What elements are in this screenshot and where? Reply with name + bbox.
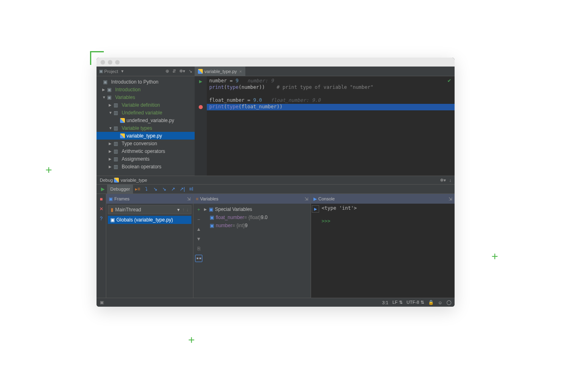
console-body[interactable]: ▶ <type 'int'> >>> bbox=[311, 204, 455, 298]
project-view-dropdown[interactable]: ▾ bbox=[121, 69, 124, 74]
debug-hide-icon[interactable]: ↓ bbox=[449, 178, 452, 183]
tree-variable-types[interactable]: ▼▥ Variable types bbox=[97, 124, 195, 132]
show-execution-point-button[interactable]: ▸≡ bbox=[133, 185, 142, 194]
tree-introduction[interactable]: ▶▣ Introduction bbox=[97, 86, 195, 93]
tree-arithmetic[interactable]: ▶▥ Arithmetic operators bbox=[97, 147, 195, 155]
watch-down-button[interactable]: ▼ bbox=[195, 235, 202, 243]
show-watches-button[interactable]: 👓 bbox=[195, 255, 202, 262]
watch-up-button[interactable]: ▲ bbox=[195, 226, 202, 233]
hide-panel-icon[interactable]: ↘ bbox=[189, 69, 192, 74]
settings-gear-icon[interactable]: ✻▾ bbox=[179, 69, 185, 74]
variable-icon: ▣ bbox=[210, 215, 214, 220]
feedback-icon[interactable]: ◯ bbox=[446, 300, 451, 305]
maximize-window-button[interactable] bbox=[115, 60, 120, 64]
thread-selector[interactable]: ▮ MainThread ▾ ↑ ↓ bbox=[108, 205, 191, 214]
add-watch-button[interactable]: + bbox=[195, 206, 202, 213]
project-panel: ▣ Project ▾ ⊕ ⇵ ✻▾ ↘ ▣ Introduction to P… bbox=[97, 67, 195, 176]
close-tab-icon[interactable]: × bbox=[239, 69, 242, 74]
editor-panel: variable_type.py × ▶ number = 9 number: … bbox=[195, 67, 455, 176]
force-step-into-button[interactable]: ↘ bbox=[160, 185, 169, 194]
tree-undefined-file[interactable]: undefined_variable.py bbox=[97, 116, 195, 124]
console-column: ▶ Console ⇲ ▶ <type 'int'> >>> bbox=[311, 194, 455, 298]
variables-rail: + − ▲ ▼ ⎘ 👓 bbox=[194, 205, 203, 296]
project-icon: ▣ bbox=[99, 69, 103, 74]
lock-icon[interactable]: 🔒 bbox=[428, 300, 434, 305]
analysis-ok-icon[interactable]: ✔ bbox=[447, 78, 451, 84]
minimize-window-button[interactable] bbox=[108, 60, 112, 64]
run-gutter-icon[interactable]: ▶ bbox=[199, 79, 202, 84]
locate-icon[interactable]: ⊕ bbox=[165, 69, 169, 74]
project-tree[interactable]: ▣ Introduction to Python ▶▣ Introduction… bbox=[97, 76, 195, 172]
tree-root[interactable]: ▣ Introduction to Python bbox=[97, 78, 195, 86]
close-button[interactable]: ✕ bbox=[98, 205, 105, 213]
help-button[interactable]: ? bbox=[98, 215, 105, 222]
debug-toolbar: ▶ Debugger ▸≡ ⤵ ↘ ↘ ↗ ↗| ≡I bbox=[97, 184, 455, 194]
python-file-icon bbox=[198, 69, 203, 74]
stop-button[interactable]: ■ bbox=[98, 196, 105, 203]
decorative-plus: + bbox=[188, 333, 195, 346]
frame-row[interactable]: ▣ Globals (variable_type.py) bbox=[108, 216, 191, 224]
tree-boolean[interactable]: ▶▥ Boolean operators bbox=[97, 163, 195, 170]
breakpoint-icon[interactable] bbox=[199, 105, 203, 109]
frames-label: Frames bbox=[114, 196, 129, 201]
evaluate-expression-button[interactable]: ≡I bbox=[187, 185, 195, 194]
frames-column: ▣ Frames ⇲ ▮ MainThread ▾ ↑ ↓ ▣ bbox=[106, 194, 193, 298]
tree-type-conversion[interactable]: ▶▥ Type conversion bbox=[97, 140, 195, 147]
debug-left-rail: ■ ✕ ? bbox=[97, 194, 106, 298]
frames-restore-icon[interactable]: ⇲ bbox=[187, 196, 191, 202]
tree-variable-type-file[interactable]: variable_type.py bbox=[97, 132, 195, 140]
show-python-prompt-button[interactable]: ▶ bbox=[312, 205, 319, 213]
debugger-tab[interactable]: Debugger bbox=[107, 185, 133, 194]
variable-row[interactable]: ▣ number = {int} 9 bbox=[203, 221, 310, 230]
editor-tab-bar: variable_type.py × bbox=[195, 67, 455, 76]
console-output[interactable]: <type 'int'> >>> bbox=[320, 204, 358, 298]
editor-body[interactable]: ▶ number = 9 number: 9 print(type(number… bbox=[195, 76, 455, 176]
variable-icon: ▣ bbox=[210, 223, 214, 228]
console-restore-icon[interactable]: ⇲ bbox=[449, 196, 452, 202]
close-window-button[interactable] bbox=[101, 60, 105, 64]
remove-watch-button[interactable]: − bbox=[195, 216, 202, 223]
caret-position[interactable]: 3:1 bbox=[382, 300, 388, 305]
frame-icon: ▣ bbox=[110, 217, 115, 223]
run-to-cursor-button[interactable]: ↗| bbox=[178, 185, 187, 194]
debug-content: ■ ✕ ? ▣ Frames ⇲ ▮ MainThread ▾ bbox=[97, 194, 455, 298]
decorative-plus: + bbox=[491, 250, 498, 263]
console-rail: ▶ bbox=[311, 204, 320, 298]
code-area[interactable]: number = 9 number: 9 print(type(number))… bbox=[207, 76, 455, 176]
tree-variables[interactable]: ▼▣ Variables bbox=[97, 93, 195, 101]
line-separator[interactable]: LF ⇅ bbox=[393, 300, 403, 305]
file-encoding[interactable]: UTF-8 ⇅ bbox=[407, 300, 424, 305]
thread-dropdown-icon[interactable]: ▾ bbox=[177, 207, 180, 213]
status-hint-icon[interactable]: ▣ bbox=[100, 300, 104, 305]
tree-variable-definition[interactable]: ▶▥ Variable definition bbox=[97, 101, 195, 109]
tree-undefined-variable[interactable]: ▼▥ Undefined variable bbox=[97, 109, 195, 116]
next-thread-icon[interactable]: ↓ bbox=[186, 207, 189, 213]
debug-script-name: variable_type bbox=[120, 178, 147, 183]
variables-body: + − ▲ ▼ ⎘ 👓 ▶ ▣ Special Variables bbox=[193, 204, 311, 298]
step-out-button[interactable]: ↗ bbox=[169, 185, 178, 194]
top-split: ▣ Project ▾ ⊕ ⇵ ✻▾ ↘ ▣ Introduction to P… bbox=[97, 67, 455, 176]
prev-thread-icon[interactable]: ↑ bbox=[182, 207, 185, 213]
group-icon: ▣ bbox=[209, 206, 213, 212]
copy-button[interactable]: ⎘ bbox=[195, 245, 202, 252]
project-panel-header: ▣ Project ▾ ⊕ ⇵ ✻▾ ↘ bbox=[97, 67, 195, 76]
variables-tree[interactable]: ▶ ▣ Special Variables ▣ float_number = {… bbox=[203, 205, 310, 296]
tree-assignments[interactable]: ▶▥ Assignments bbox=[97, 155, 195, 163]
debug-label: Debug bbox=[100, 178, 113, 183]
vars-restore-icon[interactable]: ⇲ bbox=[305, 196, 308, 202]
inspector-icon[interactable]: ☺ bbox=[438, 300, 442, 305]
step-over-button[interactable]: ⤵ bbox=[142, 185, 151, 194]
variables-icon: ≡ bbox=[196, 196, 198, 201]
collapse-icon[interactable]: ⇵ bbox=[172, 69, 176, 74]
step-into-button[interactable]: ↘ bbox=[151, 185, 160, 194]
editor-gutter[interactable]: ▶ bbox=[195, 76, 207, 176]
variables-label: Variables bbox=[200, 196, 218, 201]
debug-settings-gear-icon[interactable]: ✻▾ bbox=[440, 178, 446, 183]
debug-title-bar: Debug variable_type ✻▾ ↓ bbox=[97, 176, 455, 184]
resume-button[interactable]: ▶ bbox=[98, 185, 107, 194]
variable-row[interactable]: ▣ float_number = {float} 9.0 bbox=[203, 213, 310, 221]
editor-tab[interactable]: variable_type.py × bbox=[195, 67, 245, 76]
console-header: ▶ Console ⇲ bbox=[311, 194, 455, 204]
special-variables-row[interactable]: ▶ ▣ Special Variables bbox=[203, 205, 310, 213]
frame-label: Globals (variable_type.py) bbox=[116, 217, 173, 223]
